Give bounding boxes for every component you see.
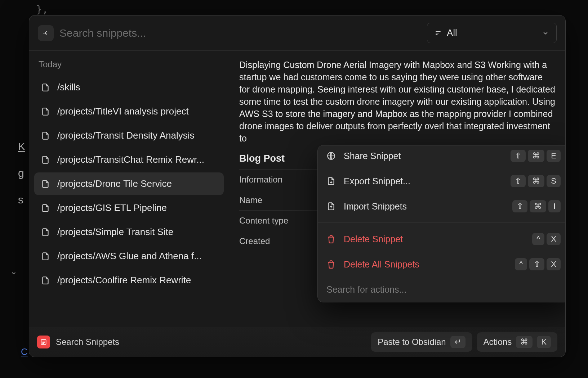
sidebar-item[interactable]: /projects/Coolfire Remix Rewrite [34, 269, 224, 292]
shortcut-key: ⌘ [530, 200, 546, 212]
sidebar-item[interactable]: /projects/Drone Tile Service [34, 172, 224, 195]
sidebar-item[interactable]: /projects/TitleVI analysis project [34, 100, 224, 123]
sidebar-item-label: /projects/TransitChat Remix Rewr... [57, 154, 204, 165]
background-link: C [21, 346, 28, 357]
file-icon [41, 179, 50, 189]
sidebar-item-label: /projects/Transit Density Analysis [57, 130, 195, 141]
sidebar-item[interactable]: /projects/TransitChat Remix Rewr... [34, 148, 224, 171]
app-window: All Today /skills/projects/TitleVI analy… [29, 15, 566, 357]
sidebar-item-label: /projects/GIS ETL Pipeline [57, 202, 167, 213]
filter-icon [435, 30, 442, 37]
menu-item[interactable]: Export Snippet...⇧⌘S [318, 168, 566, 194]
shortcut-key: X [547, 233, 561, 245]
shortcut-key: ⌘ [528, 175, 544, 187]
background-code: }, [36, 4, 48, 15]
sidebar-item[interactable]: /projects/Transit Density Analysis [34, 124, 224, 147]
menu-item-danger[interactable]: Delete Snippet^X [318, 226, 566, 252]
file-icon [41, 83, 50, 92]
file-icon [41, 252, 50, 261]
actions-search-row [318, 277, 566, 302]
import-icon [326, 202, 336, 211]
file-icon [41, 131, 50, 140]
actions-label: Actions [484, 337, 512, 347]
chevron-down-icon [542, 30, 549, 37]
menu-item-danger[interactable]: Delete All Snippets^⇧X [318, 252, 566, 277]
cmd-key: ⌘ [516, 336, 533, 348]
primary-action-button[interactable]: Paste to Obsidian ↵ [371, 332, 472, 352]
shortcut-key: I [548, 200, 561, 212]
file-icon [41, 276, 50, 285]
shortcut-key: ⇧ [529, 258, 544, 270]
snippet-preview-text: Displaying Custom Drone Aerial Imagery w… [239, 59, 555, 144]
filter-select[interactable]: All [427, 23, 557, 43]
trash-icon [326, 260, 336, 269]
actions-search-input[interactable] [326, 284, 561, 295]
shortcut-key: ⌘ [528, 150, 544, 162]
shortcut-key: S [547, 175, 561, 187]
topbar: All [29, 15, 565, 51]
shortcut-key: ^ [532, 233, 544, 245]
app-icon [37, 336, 50, 348]
snippet-icon [40, 338, 47, 346]
actions-popover: Share Snippet⇧⌘EExport Snippet...⇧⌘SImpo… [317, 145, 566, 302]
menu-item[interactable]: Share Snippet⇧⌘E [318, 145, 566, 168]
sidebar-item[interactable]: /projects/GIS ETL Pipeline [34, 197, 224, 219]
arrow-left-icon [42, 30, 49, 37]
file-icon [41, 155, 50, 165]
actions-button[interactable]: Actions ⌘ K [477, 332, 557, 352]
sidebar-item-label: /projects/AWS Glue and Athena f... [57, 251, 202, 262]
back-button[interactable] [38, 25, 54, 41]
menu-item[interactable]: Import Snippets⇧⌘I [318, 194, 566, 219]
shortcut-key: ⇧ [511, 175, 526, 187]
menu-item-label: Import Snippets [344, 201, 407, 212]
sidebar-list: /skills/projects/TitleVI analysis projec… [34, 76, 224, 292]
shortcut-key: X [547, 258, 561, 270]
search-input[interactable] [59, 27, 421, 39]
footer: Search Snippets Paste to Obsidian ↵ Acti… [29, 327, 565, 357]
sidebar-item-label: /projects/Coolfire Remix Rewrite [57, 275, 191, 286]
sidebar-item-label: /projects/Simple Transit Site [57, 226, 173, 238]
shortcut-key: ^ [515, 258, 527, 270]
globe-icon [326, 151, 336, 161]
shortcut-key: E [547, 150, 561, 162]
background-chevron: ⌄ [10, 266, 17, 276]
menu-item-label: Delete Snippet [344, 234, 403, 244]
primary-action-label: Paste to Obsidian [378, 337, 446, 347]
footer-title: Search Snippets [56, 337, 119, 347]
sidebar-item[interactable]: /projects/AWS Glue and Athena f... [34, 245, 224, 267]
menu-item-label: Share Snippet [344, 151, 401, 161]
sidebar-item-label: /skills [57, 82, 80, 93]
filter-label: All [447, 27, 457, 39]
sidebar: Today /skills/projects/TitleVI analysis … [29, 51, 229, 327]
shortcut-key: ⇧ [512, 200, 527, 212]
enter-key: ↵ [450, 336, 466, 348]
background-left-text: K g s [18, 140, 25, 206]
menu-item-label: Delete All Snippets [344, 259, 419, 270]
shortcut-key: ⇧ [511, 150, 526, 162]
sidebar-section-label: Today [34, 57, 224, 76]
export-icon [326, 176, 336, 186]
sidebar-item-label: /projects/TitleVI analysis project [57, 106, 189, 117]
menu-item-label: Export Snippet... [344, 176, 410, 186]
sidebar-item-label: /projects/Drone Tile Service [57, 178, 172, 189]
trash-icon [326, 234, 336, 244]
k-key: K [537, 336, 551, 348]
menu-divider [318, 222, 566, 223]
sidebar-item[interactable]: /skills [34, 76, 224, 99]
file-icon [41, 203, 50, 213]
sidebar-item[interactable]: /projects/Simple Transit Site [34, 221, 224, 243]
file-icon [41, 228, 50, 237]
file-icon [41, 107, 50, 116]
